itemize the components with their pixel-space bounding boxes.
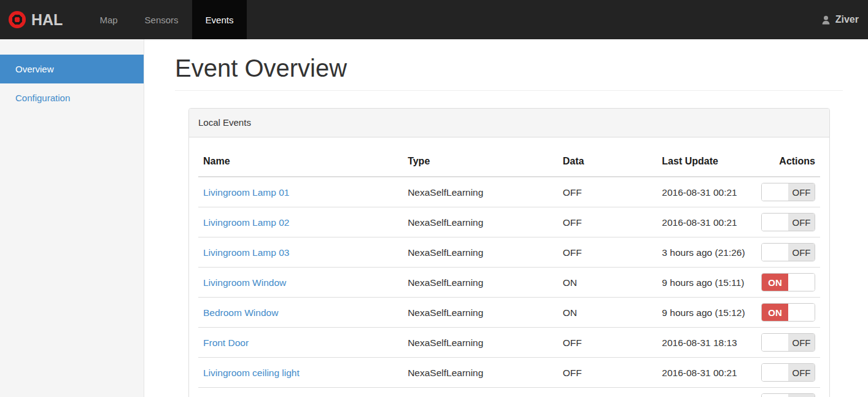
column-header-actions: Actions — [756, 147, 820, 177]
column-header-last-update: Last Update — [657, 147, 756, 177]
event-name-link[interactable]: Livingroom Lamp 03 — [203, 247, 289, 258]
sidebar: Overview Configuration — [0, 39, 144, 397]
toggle-switch-right: OFF — [788, 214, 815, 231]
event-actions-cell: OFF — [756, 328, 820, 358]
event-actions-cell: ON — [756, 298, 820, 328]
nav-item-sensors[interactable]: Sensors — [131, 0, 192, 39]
event-actions-cell: OFF — [756, 177, 820, 207]
nav-item-map[interactable]: Map — [86, 0, 131, 39]
event-data-cell: OFF — [558, 237, 657, 268]
event-name-cell: Livingroom Lamp 03 — [198, 237, 403, 268]
toggle-switch-left — [762, 334, 788, 351]
event-type-cell: NexaSelfLearning — [403, 298, 558, 328]
event-actions-cell: OFF — [756, 237, 820, 268]
table-row: Livingroom Window NexaSelfLearning ON 9 … — [198, 268, 820, 298]
toggle-switch[interactable]: OFF — [761, 363, 815, 382]
column-header-name: Name — [198, 147, 403, 177]
event-type-cell: NexaSelfLearning — [403, 358, 558, 388]
event-last-update-cell: 2016-08-31 00:21 — [657, 177, 756, 207]
event-type-cell: NexaSelfLearning — [403, 177, 558, 207]
toggle-switch[interactable]: OFF — [761, 183, 815, 201]
event-data-cell: OFF — [558, 328, 657, 358]
toggle-switch-left — [762, 364, 788, 381]
event-last-update-cell: 2016-08-31 00:21 — [657, 358, 756, 388]
event-name-link[interactable]: Bedroom Window — [203, 307, 278, 318]
toggle-switch-right — [788, 304, 815, 321]
toggle-switch-right — [788, 274, 815, 291]
event-last-update-cell: 2016-08-31 00:21 — [657, 388, 756, 397]
event-name-cell: Diningroom ceiling light — [198, 388, 403, 397]
events-table-body: Livingroom Lamp 01 NexaSelfLearning OFF … — [198, 177, 820, 397]
event-actions-cell: OFF — [756, 207, 820, 237]
event-data-cell: OFF — [558, 207, 657, 237]
toggle-switch[interactable]: OFF — [761, 213, 815, 231]
toggle-switch-left — [762, 214, 788, 231]
event-data-cell: ON — [558, 268, 657, 298]
toggle-switch-left — [762, 183, 788, 201]
table-row: Livingroom Lamp 03 NexaSelfLearning OFF … — [198, 237, 820, 268]
toggle-switch-right: OFF — [788, 183, 815, 201]
event-last-update-cell: 9 hours ago (15:12) — [657, 298, 756, 328]
event-type-cell: NexaSelfLearning — [403, 268, 558, 298]
event-type-cell: NexaSelfLearning — [403, 328, 558, 358]
event-type-cell: NexaSelfLearning — [403, 207, 558, 237]
page-layout: Overview Configuration Event Overview Lo… — [0, 39, 868, 397]
table-row: Diningroom ceiling light NexaSelfLearnin… — [198, 388, 820, 397]
event-name-cell: Livingroom Lamp 02 — [198, 207, 403, 237]
table-row: Livingroom ceiling light NexaSelfLearnin… — [198, 358, 820, 388]
local-events-panel: Local Events Name Type Data Last Update … — [188, 108, 830, 397]
toggle-switch-left: ON — [762, 304, 788, 321]
main-content: Event Overview Local Events Name Type Da… — [144, 39, 868, 397]
table-row: Bedroom Window NexaSelfLearning ON 9 hou… — [198, 298, 820, 328]
page-header: Event Overview — [175, 54, 843, 91]
brand[interactable]: HAL — [0, 0, 72, 39]
event-last-update-cell: 2016-08-31 18:13 — [657, 328, 756, 358]
toggle-switch-right: OFF — [788, 334, 815, 351]
table-row: Livingroom Lamp 01 NexaSelfLearning OFF … — [198, 177, 820, 207]
panel-heading: Local Events — [189, 109, 829, 137]
user-name: Ziver — [835, 14, 859, 25]
column-header-type: Type — [403, 147, 558, 177]
toggle-switch[interactable]: OFF — [761, 333, 815, 352]
toggle-switch-right: OFF — [788, 364, 815, 381]
toggle-switch-left — [762, 244, 788, 261]
toggle-switch-left — [762, 394, 788, 397]
event-last-update-cell: 2016-08-31 00:21 — [657, 207, 756, 237]
toggle-switch[interactable]: ON — [761, 273, 815, 291]
event-name-cell: Livingroom Window — [198, 268, 403, 298]
event-actions-cell: ON — [756, 268, 820, 298]
toggle-switch[interactable]: OFF — [761, 393, 815, 397]
nav-item-events[interactable]: Events — [192, 0, 247, 39]
event-name-link[interactable]: Livingroom Lamp 02 — [203, 217, 289, 228]
sidebar-item-overview[interactable]: Overview — [0, 55, 144, 83]
toggle-switch-right: OFF — [788, 244, 815, 261]
event-type-cell: NexaSelfLearning — [403, 237, 558, 268]
toggle-switch[interactable]: ON — [761, 303, 815, 322]
table-row: Front Door NexaSelfLearning OFF 2016-08-… — [198, 328, 820, 358]
user-menu[interactable]: Ziver — [812, 0, 868, 39]
top-navbar: HAL Map Sensors Events Ziver — [0, 0, 868, 39]
event-data-cell: ON — [558, 298, 657, 328]
event-last-update-cell: 3 hours ago (21:26) — [657, 237, 756, 268]
bullseye-logo-icon — [9, 11, 26, 28]
event-type-cell: NexaSelfLearning — [403, 388, 558, 397]
toggle-switch-left: ON — [762, 274, 788, 291]
event-name-link[interactable]: Livingroom ceiling light — [203, 368, 300, 378]
event-data-cell: OFF — [558, 388, 657, 397]
column-header-data: Data — [558, 147, 657, 177]
table-row: Livingroom Lamp 02 NexaSelfLearning OFF … — [198, 207, 820, 237]
event-name-link[interactable]: Front Door — [203, 337, 249, 348]
event-last-update-cell: 9 hours ago (15:11) — [657, 268, 756, 298]
page-title: Event Overview — [175, 54, 843, 82]
sidebar-item-configuration[interactable]: Configuration — [0, 83, 144, 112]
event-name-cell: Livingroom ceiling light — [198, 358, 403, 388]
event-data-cell: OFF — [558, 177, 657, 207]
event-name-cell: Bedroom Window — [198, 298, 403, 328]
toggle-switch[interactable]: OFF — [761, 243, 815, 261]
main-nav: Map Sensors Events — [86, 0, 247, 39]
table-header-row: Name Type Data Last Update Actions — [198, 147, 820, 177]
event-name-link[interactable]: Livingroom Lamp 01 — [203, 187, 289, 198]
event-data-cell: OFF — [558, 358, 657, 388]
event-name-link[interactable]: Livingroom Window — [203, 277, 286, 288]
event-actions-cell: OFF — [756, 388, 820, 397]
